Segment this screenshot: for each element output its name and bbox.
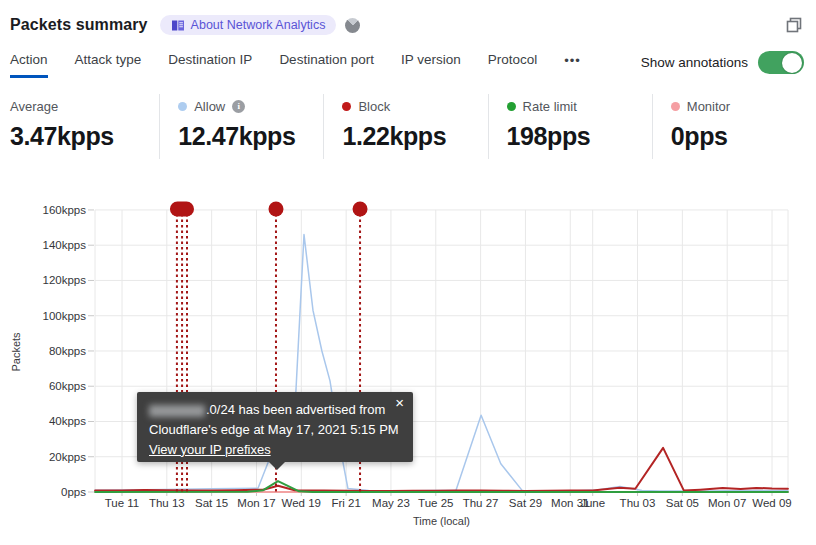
y-tick-label: 60kpps (49, 380, 86, 392)
x-tick-label: Sat 15 (195, 497, 228, 509)
stat-label: Monitor (687, 99, 730, 114)
stat-block: Block 1.22kpps (323, 94, 487, 159)
stat-value: 1.22kpps (342, 122, 487, 151)
packets-summary-panel: Packets summary About Network Analytics … (0, 0, 816, 545)
show-annotations-control: Show annotations (641, 51, 804, 78)
x-tick-label: Wed 09 (752, 497, 791, 509)
tab-attack-type[interactable]: Attack type (75, 52, 142, 78)
tooltip-line1: .0/24 has been advertised from (149, 400, 401, 420)
stat-value: 0pps (671, 122, 816, 151)
y-tick-label: 100kpps (43, 310, 87, 322)
stat-average: Average 3.47kpps (0, 94, 159, 159)
tab-bar: Action Attack type Destination IP Destin… (0, 38, 816, 78)
x-tick-label: Tue 25 (418, 497, 453, 509)
y-tick-label: 40kpps (49, 415, 86, 427)
annotation-marker-pill[interactable] (170, 202, 194, 217)
y-tick-label: 120kpps (43, 274, 87, 286)
x-tick-label: Thu 27 (463, 497, 499, 509)
stat-allow: Allow i 12.47kpps (159, 94, 323, 159)
stat-label: Average (10, 99, 58, 114)
y-tick-label: 160kpps (43, 204, 87, 216)
book-icon (171, 19, 185, 32)
tab-action[interactable]: Action (10, 52, 48, 78)
allow-dot (178, 102, 187, 111)
stat-rate-limit: Rate limit 198pps (488, 94, 652, 159)
x-tick-label: Mon 07 (708, 497, 746, 509)
y-tick-label: 80kpps (49, 345, 86, 357)
chart-svg[interactable]: 0pps20kpps40kpps60kpps80kpps100kpps120kp… (0, 188, 816, 545)
monitor-dot (671, 102, 680, 111)
usage-donut-icon (345, 18, 360, 33)
redacted-ip-prefix (149, 405, 205, 417)
header: Packets summary About Network Analytics (0, 0, 816, 38)
x-tick-label: May 23 (372, 497, 410, 509)
stats-row: Average 3.47kpps Allow i 12.47kpps Block… (0, 94, 816, 159)
x-tick-label: Sat 05 (666, 497, 699, 509)
toggle-knob (782, 53, 802, 73)
x-tick-label: Thu 13 (149, 497, 185, 509)
tooltip-line2: Cloudflare's edge at May 17, 2021 5:15 P… (149, 420, 401, 440)
annotation-marker-dot[interactable] (268, 202, 283, 217)
y-axis-title: Packets (10, 332, 22, 372)
stat-value: 3.47kpps (10, 122, 159, 151)
close-icon[interactable]: × (395, 395, 404, 410)
stat-value: 198pps (507, 122, 652, 151)
x-axis-title: Time (local) (413, 515, 470, 527)
packets-chart[interactable]: 0pps20kpps40kpps60kpps80kpps100kpps120kp… (0, 188, 816, 545)
y-tick-label: 140kpps (43, 239, 87, 251)
view-ip-prefixes-link[interactable]: View your IP prefixes (149, 442, 271, 457)
about-network-analytics-badge[interactable]: About Network Analytics (160, 15, 337, 35)
tab-destination-ip[interactable]: Destination IP (168, 52, 252, 78)
page-title: Packets summary (10, 16, 148, 34)
stat-label: Allow (194, 99, 225, 114)
stat-value: 12.47kpps (178, 122, 323, 151)
x-tick-label: June (580, 497, 605, 509)
rate-limit-dot (507, 102, 516, 111)
info-icon[interactable]: i (232, 100, 245, 113)
x-tick-label: Mon 17 (237, 497, 275, 509)
stat-monitor: Monitor 0pps (652, 94, 816, 159)
show-annotations-label: Show annotations (641, 55, 748, 70)
x-tick-label: Thu 03 (620, 497, 656, 509)
y-tick-label: 0pps (61, 486, 86, 498)
x-tick-label: Sat 29 (509, 497, 542, 509)
stat-label: Block (358, 99, 390, 114)
tab-protocol[interactable]: Protocol (488, 52, 538, 78)
x-tick-label: Tue 11 (105, 497, 140, 509)
x-tick-label: Wed 19 (282, 497, 321, 509)
restore-window-icon[interactable] (785, 16, 804, 35)
annotation-marker-dot[interactable] (353, 202, 368, 217)
block-dot (342, 102, 351, 111)
badge-label: About Network Analytics (191, 18, 326, 32)
tab-destination-port[interactable]: Destination port (279, 52, 374, 78)
y-tick-label: 20kpps (49, 451, 86, 463)
x-tick-label: Fri 21 (331, 497, 360, 509)
more-tabs-button[interactable]: ••• (564, 53, 581, 78)
stat-label: Rate limit (523, 99, 577, 114)
show-annotations-toggle[interactable] (758, 51, 804, 74)
tab-ip-version[interactable]: IP version (401, 52, 461, 78)
annotation-tooltip: × .0/24 has been advertised from Cloudfl… (137, 392, 413, 462)
